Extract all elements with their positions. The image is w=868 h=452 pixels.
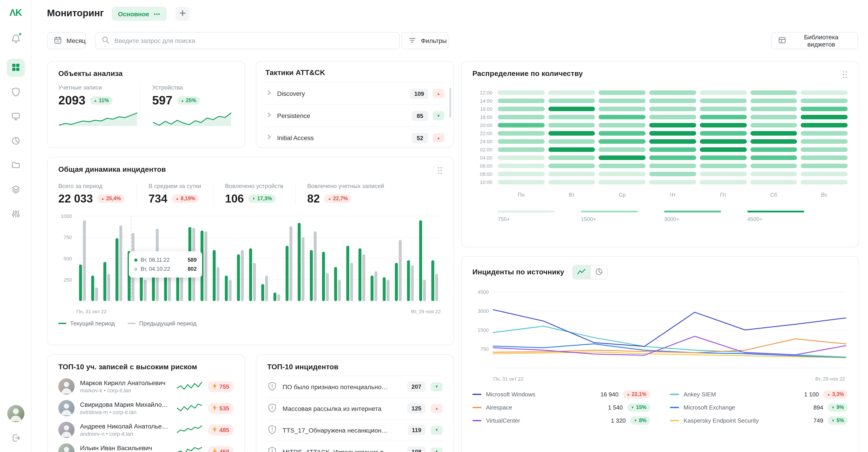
account-row[interactable]: Ильин Иван Васильевичilin-i • corp-it.la…: [58, 441, 234, 452]
widget-library-button[interactable]: Библиотека виджетов: [771, 32, 858, 49]
drag-handle-icon[interactable]: [437, 166, 442, 176]
distribution-heatmap-card: Распределение по количеству 12:0014:0016…: [461, 61, 859, 247]
app-logo[interactable]: ΛK: [9, 6, 22, 19]
heatmap-cell: [750, 131, 797, 136]
axis-spacer: [472, 192, 494, 198]
dynamics-stats: Всего за период22 033▲25,4%В среднем за …: [58, 183, 442, 205]
source-name: Airespace: [486, 404, 596, 411]
heatmap-cell: [801, 156, 848, 160]
account-sparkline: [177, 381, 203, 392]
trend-badge: ▼: [431, 382, 442, 391]
heatmap-cell: [498, 107, 545, 111]
account-row[interactable]: Свиридова Мария Михайловнаsviridova-m • …: [58, 397, 234, 419]
incident-row[interactable]: Массовая рассылка из интернета125▲: [267, 397, 442, 419]
user-avatar[interactable]: [7, 405, 24, 422]
sidebar-item-files[interactable]: [6, 156, 25, 174]
sidebar-item-devices[interactable]: [6, 107, 25, 126]
risk-score-badge: 755: [208, 381, 234, 392]
line-view-button[interactable]: [573, 265, 590, 279]
heatmap-cell: [750, 99, 797, 103]
incidents-bar-chart: 2505007501000: [58, 211, 442, 308]
heatmap-cell: [801, 99, 848, 103]
risk-bolt-icon: [213, 383, 217, 390]
tab-main[interactable]: Основное •••: [112, 7, 166, 21]
card-title: Объекты анализа: [58, 70, 234, 78]
source-legend-item: VirtualCenter1 320▼8%: [472, 414, 650, 427]
heatmap-cell: [548, 90, 595, 95]
period-button[interactable]: 31 Месяц: [47, 32, 86, 49]
heatmap-cell: [649, 172, 696, 176]
legend-swatch: [472, 394, 482, 395]
account-row[interactable]: Андреев Николай Анатольевичandreev-n • c…: [58, 419, 234, 441]
search-field[interactable]: [95, 32, 400, 49]
sidebar-item-settings[interactable]: [6, 205, 25, 223]
sparkline: [177, 402, 203, 412]
account-avatar: [58, 422, 74, 438]
time-label: 20:00: [472, 123, 494, 128]
incident-row[interactable]: MITRE_ATTACK_Использование в…108▼: [267, 441, 442, 452]
attack-tactic-row[interactable]: Persistence85▼: [266, 104, 444, 127]
attack-tactic-row[interactable]: Discovery109▲: [266, 82, 444, 104]
account-avatar: [58, 444, 74, 452]
legend-item: Предыдущий период: [127, 320, 196, 327]
heatmap-cell: [498, 180, 545, 185]
incident-name: Массовая рассылка из интернета: [283, 405, 402, 412]
widget-library-icon: [778, 35, 786, 46]
legend-label: 750+: [498, 216, 555, 222]
source-name: Microsoft Windows: [486, 391, 591, 398]
sidebar-item-reports[interactable]: [6, 132, 25, 150]
heatmap-cell: [700, 123, 747, 127]
heatmap-cell: [649, 131, 696, 136]
source-delta-badge: ▼9%: [828, 403, 848, 412]
sidebar-item-layers[interactable]: [6, 181, 25, 199]
heatmap-row: 22:00: [472, 129, 848, 137]
incident-row[interactable]: TTS_17_Обнаружена несанкцион…119▼: [267, 419, 442, 441]
tooltip-row: Вт, 04.10.22802: [134, 264, 197, 273]
add-tab-button[interactable]: [176, 7, 189, 21]
tactic-name: Discovery: [277, 90, 406, 97]
heatmap-cell: [649, 139, 696, 144]
search-input[interactable]: [114, 37, 393, 44]
pie-view-button[interactable]: [590, 265, 607, 279]
stat-value: 106: [225, 192, 244, 205]
trend-badge: ▲: [433, 133, 444, 142]
attack-tactic-row[interactable]: Initial Access52▲: [266, 127, 444, 149]
sidebar-item-dashboard[interactable]: [6, 59, 25, 77]
stat-label: Всего за период: [58, 183, 125, 189]
stat-label: В среднем за сутки: [149, 183, 201, 189]
heatmap-cell: [700, 139, 747, 144]
heatmap-cell: [750, 115, 797, 119]
heatmap-cell: [599, 131, 646, 136]
scrollbar-thumb[interactable]: [450, 88, 451, 118]
heatmap-row: 10:00: [472, 178, 848, 186]
incident-row[interactable]: ПО было признано потенциально…207▼: [267, 376, 442, 397]
svg-text:1000: 1000: [61, 213, 72, 219]
period-label: Месяц: [66, 37, 86, 44]
x-axis-start: Пн, 31 окт 22: [76, 309, 107, 314]
account-row[interactable]: Марков Кирилл Анатольевичmarkov-k • corp…: [58, 376, 234, 397]
logout-button[interactable]: [6, 429, 25, 448]
sidebar-item-security[interactable]: [6, 83, 25, 101]
tab-more-menu[interactable]: •••: [154, 11, 160, 17]
shield-icon: [11, 87, 21, 98]
heatmap-cell: [700, 131, 747, 136]
heatmap-cell: [548, 99, 595, 103]
person-icon: [58, 400, 74, 416]
heatmap-cell: [649, 90, 696, 95]
time-label: 18:00: [472, 115, 494, 120]
source-name: Kaspersky Endpoint Security: [684, 417, 796, 424]
heatmap-row: 20:00: [472, 121, 848, 129]
x-axis-labels: Пн, 31 окт 22 Вт, 29 ноя 22: [493, 376, 845, 382]
notifications-button[interactable]: [6, 30, 25, 48]
source-name: VirtualCenter: [486, 417, 598, 424]
heatmap-row: 02:00: [472, 146, 848, 154]
filter-icon: [408, 35, 417, 46]
sparkline: [152, 111, 232, 127]
sidebar: ΛK: [0, 0, 32, 452]
filters-button[interactable]: Фильтры: [401, 32, 448, 49]
incidents-dynamics-card: Общая динамика инцидентов Всего за перио…: [47, 157, 454, 345]
source-value: 16 940: [596, 391, 618, 398]
drag-handle-icon[interactable]: [842, 70, 848, 80]
heatmap-cell: [548, 123, 595, 127]
heatmap-cell: [801, 172, 848, 176]
